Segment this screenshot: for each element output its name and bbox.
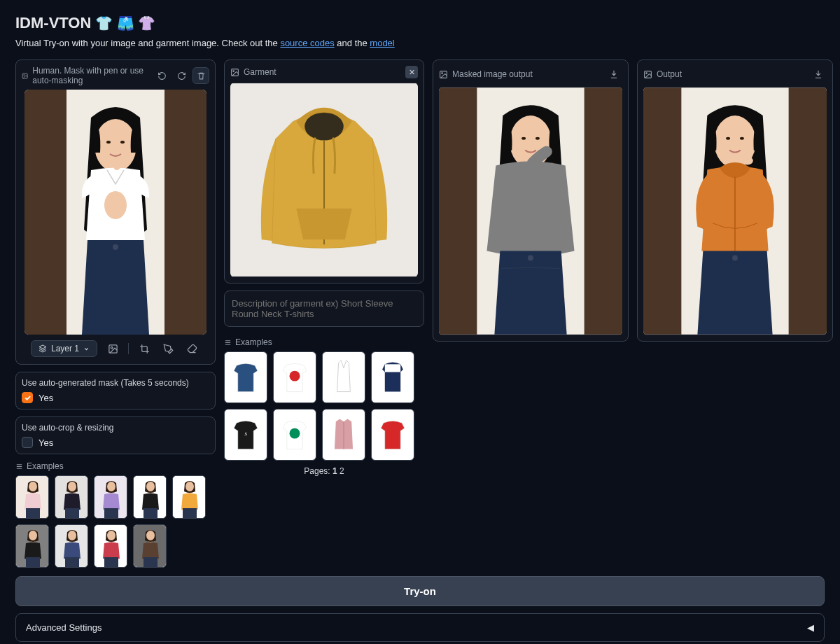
svg-rect-35: [183, 508, 197, 519]
layer-label: Layer 1: [51, 344, 79, 354]
human-example-thumb[interactable]: [172, 475, 206, 519]
svg-point-91: [740, 137, 744, 140]
svg-point-80: [522, 137, 526, 140]
garment-example-thumb[interactable]: S: [224, 409, 267, 461]
garment-example-thumb[interactable]: [371, 409, 414, 461]
garment-panel-label: Garment: [244, 67, 276, 77]
output-image-content: [643, 87, 827, 335]
human-example-thumb[interactable]: [94, 475, 127, 519]
garment-example-thumb[interactable]: [273, 409, 316, 461]
svg-point-7: [106, 141, 111, 144]
svg-point-34: [186, 482, 194, 491]
autocrop-label: Use auto-crop & resizing: [22, 423, 209, 433]
page-title: IDM-VTON 👕 🩳 👚: [15, 14, 825, 32]
svg-point-9: [104, 191, 127, 219]
human-example-thumb[interactable]: [55, 475, 88, 519]
download-masked-button[interactable]: [606, 66, 622, 83]
svg-rect-31: [144, 508, 158, 519]
layer-selector[interactable]: Layer 1: [31, 340, 97, 357]
image-tool-icon[interactable]: [104, 340, 121, 357]
svg-point-18: [29, 482, 37, 491]
garment-image-content: [230, 83, 418, 277]
automask-panel: Use auto-generated mask (Takes 5 seconds…: [15, 372, 216, 410]
svg-rect-86: [643, 88, 682, 334]
svg-point-93: [742, 157, 753, 165]
masked-output-image[interactable]: [439, 87, 622, 335]
image-icon: [643, 70, 652, 79]
download-output-button[interactable]: [810, 66, 827, 83]
automask-value: Yes: [38, 393, 53, 403]
svg-point-81: [536, 137, 540, 140]
output-panel: Output: [637, 59, 833, 342]
undo-button[interactable]: [153, 67, 170, 84]
svg-point-1: [24, 74, 24, 75]
human-panel: Human. Mask with pen or use auto-masking: [15, 59, 216, 365]
human-example-thumb[interactable]: [133, 475, 167, 519]
page-2[interactable]: 2: [340, 466, 344, 476]
masked-panel-label: Masked image output: [452, 69, 533, 79]
garment-example-thumb[interactable]: [322, 409, 365, 461]
clear-garment-button[interactable]: ✕: [405, 66, 418, 78]
garment-description-input[interactable]: [224, 290, 424, 327]
svg-rect-19: [26, 508, 40, 519]
human-example-thumb[interactable]: [94, 524, 127, 568]
masked-image-content: [439, 87, 622, 335]
page-1[interactable]: 1: [332, 466, 337, 476]
svg-point-74: [442, 72, 443, 74]
crop-tool-icon[interactable]: [136, 340, 153, 357]
human-panel-label: Human. Mask with pen or use auto-masking: [32, 66, 149, 85]
garment-example-thumb[interactable]: [224, 351, 267, 403]
svg-point-22: [68, 482, 76, 491]
subtitle: Virtual Try-on with your image and garme…: [15, 38, 825, 48]
advanced-settings-accordion[interactable]: Advanced Settings ◀: [15, 613, 825, 642]
garment-image[interactable]: [230, 83, 418, 277]
svg-rect-3: [24, 90, 66, 335]
human-example-thumb[interactable]: [15, 524, 49, 568]
garment-example-thumb[interactable]: [273, 351, 316, 403]
garment-panel: Garment ✕: [224, 59, 424, 284]
output-image[interactable]: [643, 87, 827, 335]
autocrop-value: Yes: [38, 438, 53, 448]
editor-toolbar: Layer 1: [22, 335, 209, 358]
svg-rect-87: [788, 88, 827, 334]
garment-example-thumb[interactable]: [371, 351, 414, 403]
link-source-codes[interactable]: source codes: [280, 38, 334, 48]
svg-rect-27: [104, 508, 118, 519]
svg-point-38: [29, 531, 37, 540]
automask-checkbox[interactable]: [22, 392, 33, 403]
automask-label: Use auto-generated mask (Takes 5 seconds…: [22, 378, 209, 388]
redo-button[interactable]: [173, 67, 190, 84]
advanced-label: Advanced Settings: [26, 622, 102, 633]
svg-point-46: [107, 531, 115, 540]
output-panel-label: Output: [657, 69, 682, 79]
svg-point-62: [290, 371, 300, 382]
brush-tool-icon[interactable]: [160, 340, 176, 357]
svg-rect-4: [164, 90, 206, 335]
svg-point-26: [107, 482, 115, 491]
garment-examples-grid: S: [224, 351, 424, 461]
svg-rect-43: [65, 557, 79, 568]
human-example-thumb[interactable]: [55, 524, 88, 568]
tryon-button[interactable]: Try-on: [15, 576, 825, 606]
accordion-arrow-icon: ◀: [807, 622, 814, 633]
autocrop-checkbox[interactable]: [22, 437, 33, 448]
title-text: IDM-VTON: [15, 14, 91, 32]
svg-point-55: [304, 113, 344, 141]
title-emojis: 👕 🩳 👚: [95, 15, 155, 31]
svg-point-50: [146, 531, 155, 540]
link-model[interactable]: model: [370, 38, 394, 48]
human-example-thumb[interactable]: [133, 524, 167, 568]
svg-point-12: [111, 346, 113, 349]
human-example-thumb[interactable]: [15, 475, 49, 519]
garment-example-thumb[interactable]: [322, 351, 365, 403]
garment-examples-label: Examples: [224, 337, 424, 347]
svg-text:S: S: [244, 432, 247, 436]
svg-point-8: [120, 141, 125, 144]
svg-point-69: [290, 428, 300, 439]
delete-button[interactable]: [192, 67, 209, 84]
svg-point-53: [233, 70, 234, 71]
svg-rect-76: [439, 88, 477, 334]
erase-tool-icon[interactable]: [183, 340, 200, 357]
svg-point-42: [68, 531, 76, 540]
human-image[interactable]: [24, 90, 206, 335]
